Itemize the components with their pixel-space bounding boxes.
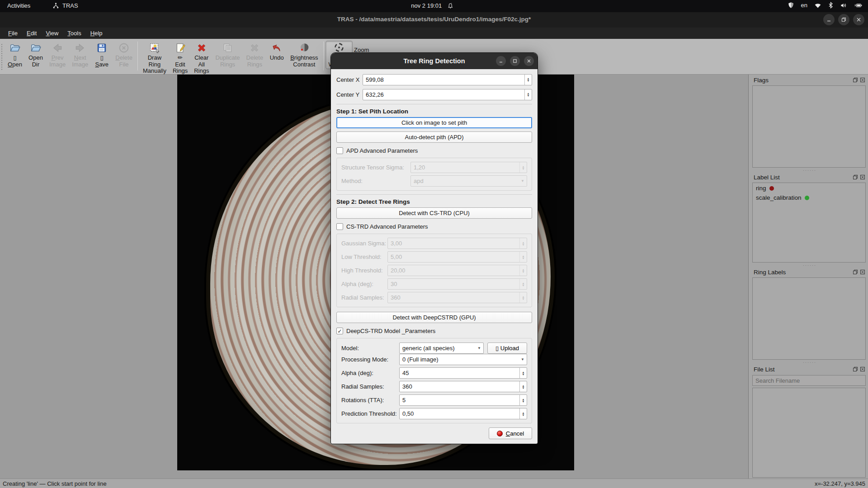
circle-x-icon <box>118 42 130 54</box>
center-x-spinbox[interactable]: 599,08 ▲▼ <box>363 74 532 85</box>
cstrd-advanced-checkbox[interactable] <box>336 223 343 230</box>
duplicate-icon <box>222 42 234 54</box>
toolbar-button-open[interactable]: ▯Open <box>5 41 25 69</box>
app-branch-icon <box>52 2 59 9</box>
undo-icon <box>271 42 283 54</box>
label-item-scale-calibration[interactable]: scale_calibration <box>753 192 865 202</box>
toolbar-button-undo[interactable]: Undo <box>266 41 287 63</box>
dock-resize-handle[interactable]: ······ <box>751 169 868 172</box>
toolbar-button-brightness-contrast[interactable]: BrightnessContrast <box>287 41 321 69</box>
model-dropdown[interactable]: generic (all species) ▼ <box>399 343 484 354</box>
apd-advanced-checkbox[interactable] <box>336 147 343 154</box>
dialog-maximize-button[interactable] <box>510 56 520 66</box>
toolbar-button-clear-all-rings[interactable]: ClearAllRings <box>191 41 212 76</box>
spin-arrows-icon[interactable]: ▲▼ <box>524 75 532 85</box>
detect-deepcstrd-button[interactable]: Detect with DeepCSTRD (GPU) <box>336 312 532 323</box>
float-panel-icon[interactable] <box>851 269 858 275</box>
set-pith-button[interactable]: Click on image to set pith <box>336 117 532 128</box>
label-list-panel-title: Label List <box>754 174 780 181</box>
deep-params-checkbox[interactable]: ✓ <box>336 328 343 334</box>
close-panel-icon[interactable] <box>858 269 865 275</box>
label-list[interactable]: ring scale_calibration <box>752 183 866 263</box>
float-panel-icon[interactable] <box>851 174 858 180</box>
toolbar-button-label: BrightnessContrast <box>290 55 318 68</box>
detect-cstrd-button[interactable]: Detect with CS-TRD (CPU) <box>336 207 532 219</box>
menu-edit[interactable]: Edit <box>22 28 41 38</box>
arrow-right-icon <box>74 42 86 54</box>
ring-labels-list[interactable] <box>752 277 866 360</box>
menu-view[interactable]: View <box>41 28 63 38</box>
window-restore-button[interactable] <box>838 14 849 25</box>
deep-alpha-label: Alpha (deg): <box>341 370 399 376</box>
center-y-spinbox[interactable]: 632,26 ▲▼ <box>363 89 532 100</box>
ring-color-dot <box>769 186 774 191</box>
status-bar: Creating 'line' — Click start point for … <box>0 479 868 488</box>
flags-list[interactable] <box>752 85 866 168</box>
spin-arrows-icon[interactable]: ▲▼ <box>519 408 527 419</box>
dock-resize-handle[interactable]: ······ <box>751 263 868 267</box>
dialog-title: Tree Ring Detection <box>403 57 465 65</box>
cstrd-advanced-label: CS-TRD Advanced Parameters <box>346 223 428 230</box>
spin-arrows-icon[interactable]: ▲▼ <box>524 89 532 100</box>
prediction-threshold-label: Prediction Threshold: <box>341 410 399 417</box>
float-panel-icon[interactable] <box>851 366 858 372</box>
page-pencil-icon <box>175 42 186 54</box>
upload-model-button[interactable]: ▯ Upload <box>487 343 527 354</box>
apd-advanced-label: APD Advanced Parameters <box>346 147 418 154</box>
toolbar-button-label: DeleteFile <box>115 55 132 68</box>
close-panel-icon[interactable] <box>858 174 865 180</box>
deep-radial-samples-spinbox[interactable]: 360▲▼ <box>399 381 527 392</box>
deep-alpha-spinbox[interactable]: 45▲▼ <box>399 367 527 379</box>
step2-heading: Step 2: Detect Tree Rings <box>336 198 532 205</box>
focused-app-indicator[interactable]: TRAS <box>52 2 78 9</box>
dock-resize-handle[interactable]: ······ <box>751 361 868 364</box>
draw-ring-icon <box>149 42 160 54</box>
menu-file[interactable]: File <box>4 28 22 38</box>
toolbar-drag-handle[interactable] <box>1 43 3 70</box>
close-panel-icon[interactable] <box>858 77 865 83</box>
activities-button[interactable]: Activities <box>7 2 30 9</box>
label-item-ring[interactable]: ring <box>753 183 865 192</box>
toolbar-button-label: Undo <box>270 55 284 61</box>
file-list[interactable] <box>752 388 866 478</box>
step1-heading: Step 1: Set Pith Location <box>336 108 532 115</box>
gray-x-icon <box>249 42 260 54</box>
float-panel-icon[interactable] <box>851 77 858 83</box>
gaussian-sigma-label: Gaussian Sigma: <box>341 240 387 247</box>
alpha-label: Alpha (deg): <box>341 281 387 287</box>
clock-menu[interactable]: nov 2 19:01 <box>411 2 453 9</box>
right-dock: Flags ······ Label List ring scale_calib… <box>748 75 868 479</box>
spin-arrows-icon[interactable]: ▲▼ <box>519 395 527 405</box>
rotations-spinbox[interactable]: 5▲▼ <box>399 394 527 406</box>
toolbar-button-next-image: NextImage <box>69 41 91 69</box>
model-row: Model: generic (all species) ▼ ▯ Upload <box>341 342 527 354</box>
menu-help[interactable]: Help <box>86 28 107 38</box>
system-status-area[interactable]: en <box>788 2 863 9</box>
cstrd-parameters-group: Gaussian Sigma: 3,00▲▼ Low Threshold: 5,… <box>336 234 532 307</box>
cancel-button[interactable]: Cancel <box>489 427 532 439</box>
processing-mode-dropdown[interactable]: 0 (Full image) ▼ <box>399 354 527 365</box>
app-name-label: TRAS <box>62 2 78 9</box>
toolbar-button-draw-ring-manually[interactable]: DrawRingManually <box>140 41 170 76</box>
dialog-close-button[interactable] <box>524 56 534 66</box>
auto-detect-pith-button[interactable]: Auto-detect pith (APD) <box>336 131 532 143</box>
close-panel-icon[interactable] <box>858 366 865 372</box>
window-minimize-button[interactable] <box>823 14 835 25</box>
toolbar-button-open-dir[interactable]: OpenDir <box>25 41 46 69</box>
toolbar-button-label: NextImage <box>72 55 88 68</box>
dialog-minimize-button[interactable] <box>496 56 506 66</box>
spin-arrows-icon[interactable]: ▲▼ <box>519 368 527 378</box>
spin-arrows-icon[interactable]: ▲▼ <box>519 381 527 392</box>
spin-arrows-icon: ▲▼ <box>519 162 527 173</box>
toolbar-button-edit-rings[interactable]: ✏EditRings <box>170 41 191 76</box>
red-x-icon <box>196 42 208 54</box>
search-filename-input[interactable] <box>752 375 866 386</box>
toolbar-button-save[interactable]: ▯Save <box>91 41 112 69</box>
dialog-title-bar[interactable]: Tree Ring Detection <box>331 53 538 69</box>
menu-tools[interactable]: Tools <box>63 28 85 38</box>
deep-params-label: DeepCS-TRD Model _Parameters <box>346 328 435 334</box>
window-close-button[interactable] <box>853 14 864 25</box>
status-message: Creating 'line' — Click start point for … <box>3 480 107 487</box>
prediction-threshold-spinbox[interactable]: 0,50▲▼ <box>399 408 527 419</box>
center-y-label: Center Y <box>336 91 363 98</box>
